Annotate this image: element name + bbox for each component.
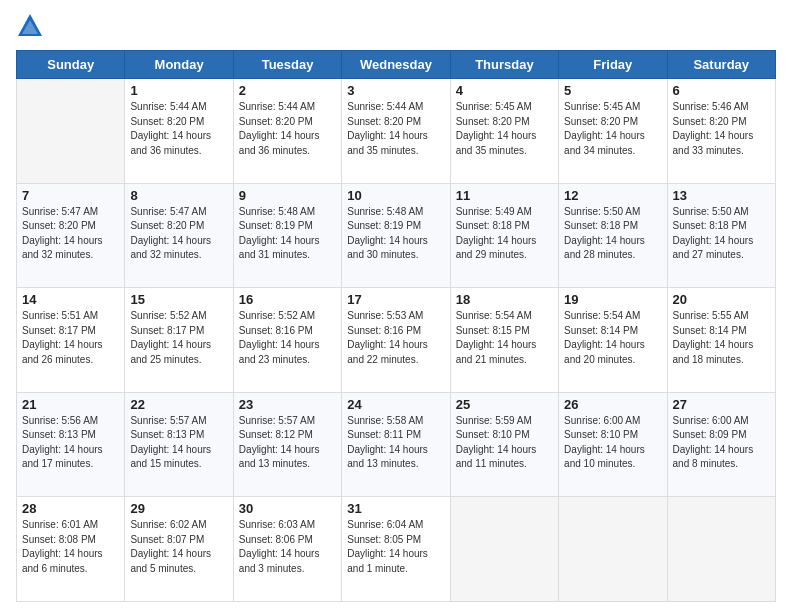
calendar-cell: 24Sunrise: 5:58 AM Sunset: 8:11 PM Dayli… [342, 392, 450, 497]
calendar-cell [450, 497, 558, 602]
day-info: Sunrise: 5:48 AM Sunset: 8:19 PM Dayligh… [347, 205, 444, 263]
page: SundayMondayTuesdayWednesdayThursdayFrid… [0, 0, 792, 612]
day-number: 25 [456, 397, 553, 412]
weekday-header-row: SundayMondayTuesdayWednesdayThursdayFrid… [17, 51, 776, 79]
calendar-cell: 4Sunrise: 5:45 AM Sunset: 8:20 PM Daylig… [450, 79, 558, 184]
day-info: Sunrise: 6:01 AM Sunset: 8:08 PM Dayligh… [22, 518, 119, 576]
day-info: Sunrise: 5:50 AM Sunset: 8:18 PM Dayligh… [673, 205, 770, 263]
day-number: 9 [239, 188, 336, 203]
calendar-cell: 17Sunrise: 5:53 AM Sunset: 8:16 PM Dayli… [342, 288, 450, 393]
weekday-header-saturday: Saturday [667, 51, 775, 79]
day-number: 14 [22, 292, 119, 307]
calendar-cell: 31Sunrise: 6:04 AM Sunset: 8:05 PM Dayli… [342, 497, 450, 602]
day-number: 31 [347, 501, 444, 516]
calendar-week-4: 21Sunrise: 5:56 AM Sunset: 8:13 PM Dayli… [17, 392, 776, 497]
day-number: 1 [130, 83, 227, 98]
calendar-cell: 30Sunrise: 6:03 AM Sunset: 8:06 PM Dayli… [233, 497, 341, 602]
day-info: Sunrise: 6:02 AM Sunset: 8:07 PM Dayligh… [130, 518, 227, 576]
day-number: 10 [347, 188, 444, 203]
calendar-cell [667, 497, 775, 602]
logo [16, 16, 48, 40]
logo-icon [16, 12, 44, 40]
day-info: Sunrise: 5:51 AM Sunset: 8:17 PM Dayligh… [22, 309, 119, 367]
calendar-cell: 11Sunrise: 5:49 AM Sunset: 8:18 PM Dayli… [450, 183, 558, 288]
calendar-cell: 23Sunrise: 5:57 AM Sunset: 8:12 PM Dayli… [233, 392, 341, 497]
day-number: 7 [22, 188, 119, 203]
calendar-cell: 1Sunrise: 5:44 AM Sunset: 8:20 PM Daylig… [125, 79, 233, 184]
day-info: Sunrise: 5:45 AM Sunset: 8:20 PM Dayligh… [564, 100, 661, 158]
day-info: Sunrise: 5:53 AM Sunset: 8:16 PM Dayligh… [347, 309, 444, 367]
calendar-cell: 8Sunrise: 5:47 AM Sunset: 8:20 PM Daylig… [125, 183, 233, 288]
weekday-header-tuesday: Tuesday [233, 51, 341, 79]
day-info: Sunrise: 5:44 AM Sunset: 8:20 PM Dayligh… [239, 100, 336, 158]
day-number: 18 [456, 292, 553, 307]
day-info: Sunrise: 5:52 AM Sunset: 8:17 PM Dayligh… [130, 309, 227, 367]
day-info: Sunrise: 5:49 AM Sunset: 8:18 PM Dayligh… [456, 205, 553, 263]
day-info: Sunrise: 5:48 AM Sunset: 8:19 PM Dayligh… [239, 205, 336, 263]
day-number: 23 [239, 397, 336, 412]
day-number: 11 [456, 188, 553, 203]
calendar-week-5: 28Sunrise: 6:01 AM Sunset: 8:08 PM Dayli… [17, 497, 776, 602]
calendar-cell: 2Sunrise: 5:44 AM Sunset: 8:20 PM Daylig… [233, 79, 341, 184]
day-info: Sunrise: 5:44 AM Sunset: 8:20 PM Dayligh… [347, 100, 444, 158]
day-info: Sunrise: 5:58 AM Sunset: 8:11 PM Dayligh… [347, 414, 444, 472]
day-number: 26 [564, 397, 661, 412]
day-number: 20 [673, 292, 770, 307]
day-info: Sunrise: 5:55 AM Sunset: 8:14 PM Dayligh… [673, 309, 770, 367]
calendar-week-2: 7Sunrise: 5:47 AM Sunset: 8:20 PM Daylig… [17, 183, 776, 288]
calendar-cell: 6Sunrise: 5:46 AM Sunset: 8:20 PM Daylig… [667, 79, 775, 184]
day-number: 6 [673, 83, 770, 98]
day-number: 19 [564, 292, 661, 307]
calendar-cell: 26Sunrise: 6:00 AM Sunset: 8:10 PM Dayli… [559, 392, 667, 497]
day-number: 12 [564, 188, 661, 203]
calendar-cell: 21Sunrise: 5:56 AM Sunset: 8:13 PM Dayli… [17, 392, 125, 497]
day-number: 2 [239, 83, 336, 98]
day-info: Sunrise: 5:54 AM Sunset: 8:15 PM Dayligh… [456, 309, 553, 367]
calendar-cell: 20Sunrise: 5:55 AM Sunset: 8:14 PM Dayli… [667, 288, 775, 393]
day-info: Sunrise: 5:46 AM Sunset: 8:20 PM Dayligh… [673, 100, 770, 158]
day-info: Sunrise: 6:00 AM Sunset: 8:09 PM Dayligh… [673, 414, 770, 472]
day-info: Sunrise: 5:52 AM Sunset: 8:16 PM Dayligh… [239, 309, 336, 367]
calendar-cell: 18Sunrise: 5:54 AM Sunset: 8:15 PM Dayli… [450, 288, 558, 393]
day-info: Sunrise: 6:04 AM Sunset: 8:05 PM Dayligh… [347, 518, 444, 576]
day-info: Sunrise: 5:50 AM Sunset: 8:18 PM Dayligh… [564, 205, 661, 263]
day-info: Sunrise: 5:47 AM Sunset: 8:20 PM Dayligh… [130, 205, 227, 263]
calendar-week-1: 1Sunrise: 5:44 AM Sunset: 8:20 PM Daylig… [17, 79, 776, 184]
day-number: 21 [22, 397, 119, 412]
weekday-header-sunday: Sunday [17, 51, 125, 79]
calendar-table: SundayMondayTuesdayWednesdayThursdayFrid… [16, 50, 776, 602]
day-number: 3 [347, 83, 444, 98]
calendar-cell: 16Sunrise: 5:52 AM Sunset: 8:16 PM Dayli… [233, 288, 341, 393]
calendar-cell: 9Sunrise: 5:48 AM Sunset: 8:19 PM Daylig… [233, 183, 341, 288]
day-info: Sunrise: 5:57 AM Sunset: 8:13 PM Dayligh… [130, 414, 227, 472]
day-number: 24 [347, 397, 444, 412]
day-number: 28 [22, 501, 119, 516]
day-info: Sunrise: 5:54 AM Sunset: 8:14 PM Dayligh… [564, 309, 661, 367]
day-info: Sunrise: 6:00 AM Sunset: 8:10 PM Dayligh… [564, 414, 661, 472]
header [16, 16, 776, 40]
calendar-cell: 15Sunrise: 5:52 AM Sunset: 8:17 PM Dayli… [125, 288, 233, 393]
day-number: 13 [673, 188, 770, 203]
day-number: 17 [347, 292, 444, 307]
calendar-cell: 28Sunrise: 6:01 AM Sunset: 8:08 PM Dayli… [17, 497, 125, 602]
day-number: 4 [456, 83, 553, 98]
weekday-header-wednesday: Wednesday [342, 51, 450, 79]
day-number: 22 [130, 397, 227, 412]
calendar-cell: 10Sunrise: 5:48 AM Sunset: 8:19 PM Dayli… [342, 183, 450, 288]
calendar-cell: 29Sunrise: 6:02 AM Sunset: 8:07 PM Dayli… [125, 497, 233, 602]
calendar-cell: 5Sunrise: 5:45 AM Sunset: 8:20 PM Daylig… [559, 79, 667, 184]
calendar-cell: 14Sunrise: 5:51 AM Sunset: 8:17 PM Dayli… [17, 288, 125, 393]
calendar-cell: 7Sunrise: 5:47 AM Sunset: 8:20 PM Daylig… [17, 183, 125, 288]
day-number: 30 [239, 501, 336, 516]
weekday-header-monday: Monday [125, 51, 233, 79]
day-number: 15 [130, 292, 227, 307]
calendar-cell [17, 79, 125, 184]
day-info: Sunrise: 5:45 AM Sunset: 8:20 PM Dayligh… [456, 100, 553, 158]
weekday-header-thursday: Thursday [450, 51, 558, 79]
calendar-cell: 19Sunrise: 5:54 AM Sunset: 8:14 PM Dayli… [559, 288, 667, 393]
calendar-week-3: 14Sunrise: 5:51 AM Sunset: 8:17 PM Dayli… [17, 288, 776, 393]
day-number: 16 [239, 292, 336, 307]
day-info: Sunrise: 6:03 AM Sunset: 8:06 PM Dayligh… [239, 518, 336, 576]
day-info: Sunrise: 5:44 AM Sunset: 8:20 PM Dayligh… [130, 100, 227, 158]
day-info: Sunrise: 5:56 AM Sunset: 8:13 PM Dayligh… [22, 414, 119, 472]
